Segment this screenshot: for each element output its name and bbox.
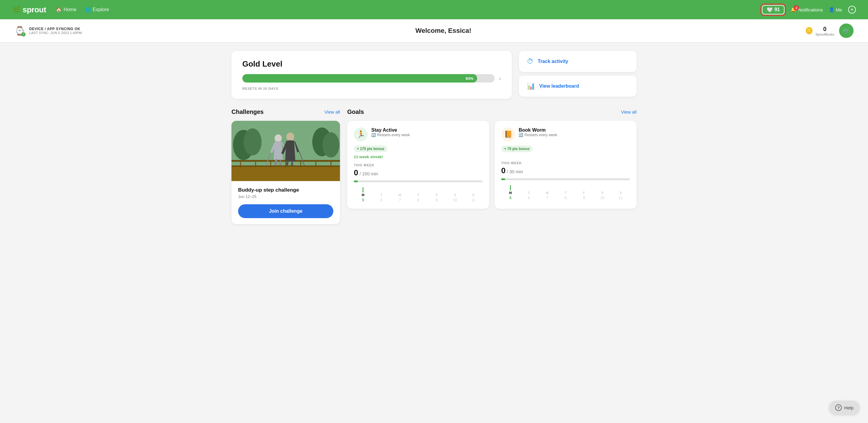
cal-bar-4 — [436, 187, 437, 193]
home-icon: 🏠 — [56, 7, 62, 13]
bw-cal-num-3: 8 — [556, 196, 575, 200]
notifications-button[interactable]: 2 🔔 Notifications — [790, 7, 823, 12]
progress-pct-label: 93% — [466, 76, 473, 81]
book-worm-value: 0 — [501, 166, 505, 175]
challenge-date: Jun 12–25 — [238, 194, 333, 199]
help-label: Help — [844, 405, 854, 410]
me-button[interactable]: 👤 Me — [829, 7, 842, 12]
bw-cal-day-3: T 8 — [556, 185, 575, 200]
progress-chevron-icon[interactable]: › — [499, 75, 501, 82]
cal-day-0: M 5 — [354, 187, 372, 202]
cal-label-2: W — [391, 193, 409, 197]
bw-cal-bar-1 — [528, 185, 529, 190]
bw-cal-day-1: T 6 — [520, 185, 538, 200]
bw-cal-num-6: 11 — [612, 196, 630, 200]
user-icon: 👤 — [829, 7, 835, 12]
cal-label-5: S — [446, 193, 464, 197]
join-challenge-button[interactable]: Join challenge — [238, 204, 333, 218]
goals-section: Goals View all 🏃 Stay Active 🔄 R — [347, 108, 637, 224]
nav-home-label: Home — [64, 7, 76, 12]
book-worm-week-label: THIS WEEK — [501, 161, 630, 165]
stay-active-restart: 🔄 Restarts every week — [371, 133, 410, 137]
stay-active-icon-wrap: 🏃 — [354, 127, 368, 141]
svg-rect-5 — [231, 166, 340, 181]
goals-grid: 🏃 Stay Active 🔄 Restarts every week + 17… — [347, 121, 637, 209]
stay-active-title: Stay Active — [371, 127, 410, 133]
nav-links: 🏠 Home 🌐 Explore — [56, 7, 752, 13]
cal-bar-3 — [418, 187, 418, 193]
goals-header: Goals View all — [347, 108, 637, 116]
sections-row: Challenges View all FEATURED — [231, 108, 637, 224]
cart-icon: 🛒 — [843, 27, 850, 34]
book-worm-restart: 🔄 Restarts every week — [519, 133, 557, 137]
running-icon: 🏃 — [357, 130, 365, 138]
goals-view-all[interactable]: View all — [621, 109, 637, 115]
gold-level-card: Gold Level 93% › RESETS IN 26 DAYS — [231, 51, 512, 99]
bw-cal-day-5: S 10 — [593, 185, 612, 200]
cal-label-6: S — [464, 193, 483, 197]
book-icon: 📙 — [504, 130, 513, 138]
cal-label-3: T — [409, 193, 427, 197]
progress-row: 93% › — [242, 74, 501, 83]
cal-day-1: T 6 — [372, 187, 391, 202]
sync-text: DEVICE / APP SYNCING OK LAST SYNC: JUN 5… — [29, 27, 82, 35]
bw-cal-bar-5 — [602, 185, 603, 190]
hearts-count: 91 — [775, 7, 780, 12]
progress-bar-wrap: 93% — [242, 74, 495, 83]
bw-cal-label-2: W — [538, 191, 556, 195]
track-activity-card[interactable]: ⏱ Track activity — [519, 51, 637, 72]
logo[interactable]: 🌿 sprout — [12, 5, 46, 14]
cal-label-1: T — [372, 193, 391, 197]
challenges-view-all[interactable]: View all — [324, 109, 340, 115]
nav-right: 🤍 91 2 🔔 Notifications 👤 Me + — [762, 5, 856, 14]
cal-bar-1 — [381, 187, 382, 193]
bw-cal-day-4: F 9 — [575, 185, 593, 200]
me-label: Me — [836, 7, 842, 12]
sproutbucks-area: 🪙 0 SproutBucks 🛒 — [805, 24, 854, 38]
help-circle-icon: ? — [835, 404, 842, 411]
cal-bar-6 — [473, 187, 474, 193]
bw-cal-num-1: 6 — [520, 196, 538, 200]
leaderboard-icon: 📊 — [527, 82, 535, 90]
nav-home-link[interactable]: 🏠 Home — [56, 7, 76, 13]
sync-status: ⌚ ✓ DEVICE / APP SYNCING OK LAST SYNC: J… — [14, 26, 82, 36]
svg-point-15 — [275, 134, 282, 142]
resets-text: RESETS IN 26 DAYS — [242, 87, 501, 90]
top-cards: Gold Level 93% › RESETS IN 26 DAYS ⏱ Tra… — [231, 51, 637, 99]
sproutbucks-label: SproutBucks — [815, 33, 834, 36]
cal-bar-2 — [399, 187, 400, 193]
hearts-button[interactable]: 🤍 91 — [762, 5, 785, 14]
goal-info-book-worm: Book Worm 🔄 Restarts every week — [519, 127, 557, 137]
stay-active-progress-bar — [354, 181, 483, 182]
book-worm-icon-wrap: 📙 — [501, 127, 515, 141]
cal-day-5: S 10 — [446, 187, 464, 202]
navbar: 🌿 sprout 🏠 Home 🌐 Explore 🤍 91 2 🔔 Notif… — [0, 0, 868, 19]
nav-explore-link[interactable]: 🌐 Explore — [85, 7, 109, 13]
progress-bar-fill: 93% — [242, 74, 477, 83]
help-button[interactable]: ? Help — [829, 401, 860, 415]
cart-button[interactable]: 🛒 — [839, 24, 854, 38]
stay-active-week-label: THIS WEEK — [354, 163, 483, 167]
bw-cal-num-4: 9 — [575, 196, 593, 200]
view-leaderboard-card[interactable]: 📊 View leaderboard — [519, 76, 637, 97]
svg-point-16 — [286, 133, 294, 141]
book-worm-value-row: 0 / 30 min — [501, 166, 630, 175]
stay-active-value-row: 0 / 150 min — [354, 168, 483, 177]
cal-num-3: 8 — [409, 198, 427, 202]
heart-icon: 🤍 — [767, 7, 773, 13]
book-worm-streak-spacer — [501, 155, 630, 161]
cal-bar-0 — [363, 187, 364, 193]
bw-cal-label-1: T — [520, 191, 538, 195]
logo-leaf-icon: 🌿 — [12, 6, 20, 13]
sync-bar: ⌚ ✓ DEVICE / APP SYNCING OK LAST SYNC: J… — [0, 19, 868, 42]
sync-last-time: LAST SYNC: JUN 5 2023 1:40PM — [29, 31, 82, 35]
sproutbucks-icon: 🪙 — [805, 27, 813, 35]
challenge-title: Buddy-up step challenge — [238, 187, 333, 193]
challenge-scene-svg — [231, 121, 340, 181]
goal-header-stay-active: 🏃 Stay Active 🔄 Restarts every week — [354, 127, 483, 141]
sproutbucks-count: 0 — [815, 26, 834, 33]
sync-device-icon-wrap: ⌚ ✓ — [14, 26, 25, 36]
add-button[interactable]: + — [848, 6, 856, 13]
bw-cal-day-6: S 11 — [612, 185, 630, 200]
cal-num-1: 6 — [372, 198, 391, 202]
